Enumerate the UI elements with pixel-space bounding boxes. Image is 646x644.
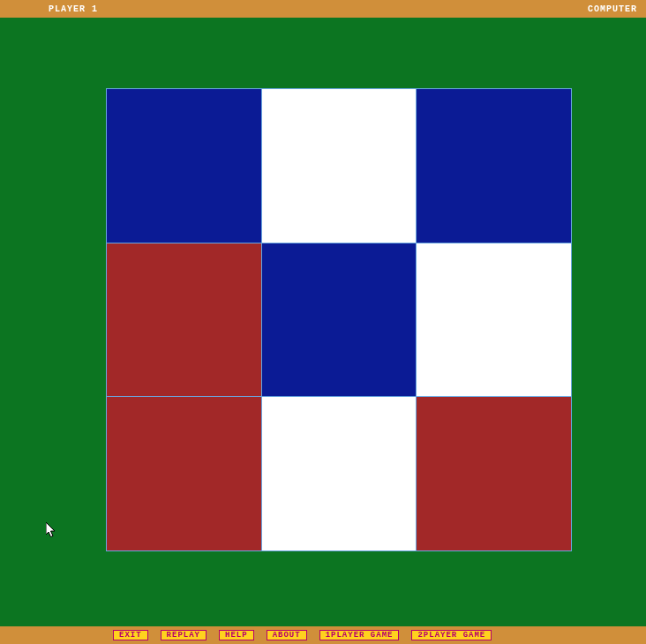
cell-1-0[interactable]: [107, 243, 261, 397]
exit-button[interactable]: EXIT: [113, 630, 148, 640]
mouse-cursor-icon: [46, 522, 56, 538]
bottom-bar: EXIT REPLAY HELP ABOUT 1PLAYER GAME 2PLA…: [0, 626, 646, 644]
opponent-label: COMPUTER: [588, 4, 637, 14]
two-player-game-button[interactable]: 2PLAYER GAME: [411, 630, 492, 640]
cell-1-2[interactable]: [417, 243, 571, 397]
help-button[interactable]: HELP: [219, 630, 254, 640]
top-bar: PLAYER 1 COMPUTER: [0, 0, 646, 18]
cell-0-2[interactable]: [417, 89, 571, 243]
cell-0-1[interactable]: [262, 89, 417, 243]
cell-0-0[interactable]: [107, 89, 261, 243]
play-area: [0, 18, 646, 626]
about-button[interactable]: ABOUT: [267, 630, 307, 640]
cell-2-0[interactable]: [107, 397, 261, 550]
cell-2-1[interactable]: [262, 397, 417, 550]
cell-1-1[interactable]: [262, 243, 417, 397]
one-player-game-button[interactable]: 1PLAYER GAME: [319, 630, 400, 640]
replay-button[interactable]: REPLAY: [161, 630, 207, 640]
player-one-label: PLAYER 1: [49, 4, 98, 14]
game-board: [106, 88, 572, 551]
cell-2-2[interactable]: [417, 397, 571, 550]
